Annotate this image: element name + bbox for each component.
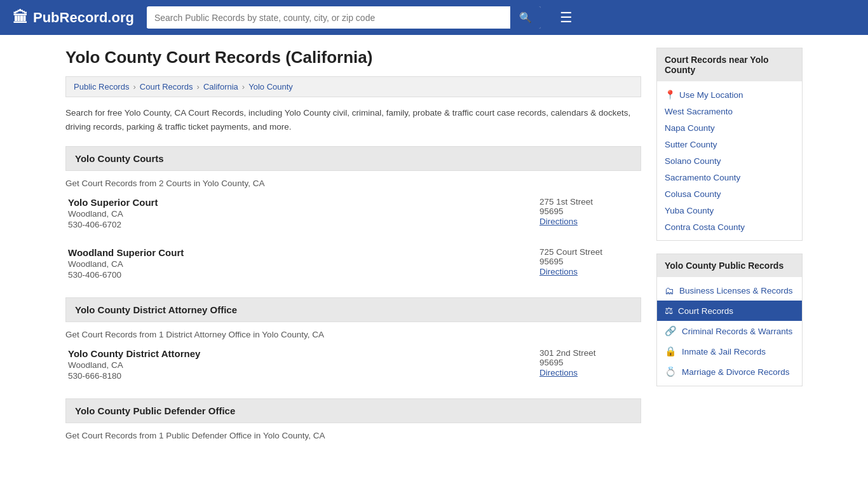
court-entry: Woodland Superior Court Woodland, CA 530… (65, 247, 641, 282)
court-address-line2: 95695 (539, 257, 641, 266)
use-my-location-link[interactable]: Use My Location (679, 90, 743, 100)
public-records-title: Yolo County Public Records (657, 254, 802, 277)
nearby-title: Court Records near Yolo County (657, 48, 802, 81)
breadcrumb-sep-2: › (197, 82, 200, 92)
nearby-box: Court Records near Yolo County 📍 Use My … (656, 48, 803, 241)
logo-icon: 🏛 (13, 9, 28, 27)
pr-item-business[interactable]: 🗂 Business Licenses & Records (657, 281, 802, 301)
page-title: Yolo County Court Records (California) (65, 48, 641, 67)
pd-section-heading: Yolo County Public Defender Office (65, 398, 641, 423)
pd-count: Get Court Records from 1 Public Defender… (65, 431, 641, 440)
court-address-line2: 95695 (539, 207, 641, 216)
court-phone: 530-406-6700 (68, 270, 514, 280)
location-icon: 📍 (665, 90, 675, 100)
nearby-item-sacramento[interactable]: Sacramento County (657, 169, 802, 186)
da-count: Get Court Records from 1 District Attorn… (65, 330, 641, 339)
breadcrumb-court-records[interactable]: Court Records (140, 82, 193, 92)
court-city: Woodland, CA (68, 360, 514, 370)
directions-link[interactable]: Directions (539, 368, 578, 377)
content-area: Yolo County Court Records (California) P… (65, 48, 641, 449)
briefcase-icon: 🗂 (665, 285, 674, 296)
hamburger-button[interactable]: ☰ (560, 10, 573, 26)
search-icon: 🔍 (519, 12, 532, 23)
breadcrumb-sep-3: › (242, 82, 245, 92)
courts-list: Yolo Superior Court Woodland, CA 530-406… (65, 197, 641, 282)
courts-section-heading: Yolo County Courts (65, 146, 641, 171)
public-records-list: 🗂 Business Licenses & Records ⚖ Court Re… (657, 277, 802, 386)
court-name: Woodland Superior Court (68, 247, 514, 258)
directions-link[interactable]: Directions (539, 267, 578, 276)
logo-text: PubRecord.org (33, 10, 134, 26)
court-entry: Yolo Superior Court Woodland, CA 530-406… (65, 197, 641, 232)
nearby-item-contra-costa[interactable]: Contra Costa County (657, 219, 802, 235)
lock-icon: 🔒 (665, 346, 677, 357)
site-logo[interactable]: 🏛 PubRecord.org (13, 9, 134, 27)
court-city: Woodland, CA (68, 209, 514, 219)
link-icon: 🔗 (665, 325, 677, 337)
search-bar: 🔍 (147, 6, 541, 29)
sidebar: Court Records near Yolo County 📍 Use My … (656, 48, 803, 449)
breadcrumb-sep-1: › (133, 82, 135, 92)
breadcrumb: Public Records › Court Records › Califor… (65, 76, 641, 97)
scales-icon: ⚖ (665, 305, 673, 316)
pr-item-marriage[interactable]: 💍 Marriage & Divorce Records (657, 362, 802, 382)
court-address-line2: 95695 (539, 358, 641, 367)
directions-link[interactable]: Directions (539, 217, 578, 226)
nearby-item-sutter[interactable]: Sutter County (657, 136, 802, 152)
main-container: Yolo County Court Records (California) P… (53, 35, 815, 462)
rings-icon: 💍 (665, 366, 677, 377)
pr-item-inmate[interactable]: 🔒 Inmate & Jail Records (657, 341, 802, 362)
nearby-item-west-sacramento[interactable]: West Sacramento (657, 103, 802, 119)
nearby-item-solano[interactable]: Solano County (657, 152, 802, 169)
court-address-line1: 725 Court Street (539, 247, 641, 257)
nearby-item-colusa[interactable]: Colusa County (657, 186, 802, 202)
use-my-location-item[interactable]: 📍 Use My Location (657, 86, 802, 103)
pr-item-criminal[interactable]: 🔗 Criminal Records & Warrants (657, 321, 802, 341)
site-header: 🏛 PubRecord.org 🔍 ☰ (0, 0, 868, 35)
court-phone: 530-666-8180 (68, 371, 514, 381)
court-name: Yolo County District Attorney (68, 348, 514, 359)
public-records-box: Yolo County Public Records 🗂 Business Li… (656, 254, 803, 386)
nearby-item-napa[interactable]: Napa County (657, 119, 802, 136)
nearby-item-yuba[interactable]: Yuba County (657, 202, 802, 219)
pr-item-court[interactable]: ⚖ Court Records (657, 301, 802, 321)
court-address-line1: 275 1st Street (539, 197, 641, 207)
court-city: Woodland, CA (68, 259, 514, 269)
court-entry: Yolo County District Attorney Woodland, … (65, 348, 641, 383)
breadcrumb-california[interactable]: California (203, 82, 238, 92)
court-address-line1: 301 2nd Street (539, 348, 641, 358)
da-list: Yolo County District Attorney Woodland, … (65, 348, 641, 383)
breadcrumb-public-records[interactable]: Public Records (74, 82, 129, 92)
court-phone: 530-406-6702 (68, 220, 514, 229)
breadcrumb-yolo-county[interactable]: Yolo County (248, 82, 293, 92)
hamburger-icon: ☰ (560, 10, 573, 25)
page-description: Search for free Yolo County, CA Court Re… (65, 106, 641, 133)
court-name: Yolo Superior Court (68, 197, 514, 208)
nearby-list: 📍 Use My Location West Sacramento Napa C… (657, 81, 802, 240)
da-section-heading: Yolo County District Attorney Office (65, 297, 641, 322)
search-button[interactable]: 🔍 (510, 6, 541, 29)
courts-count: Get Court Records from 2 Courts in Yolo … (65, 179, 641, 188)
search-input[interactable] (147, 8, 510, 28)
